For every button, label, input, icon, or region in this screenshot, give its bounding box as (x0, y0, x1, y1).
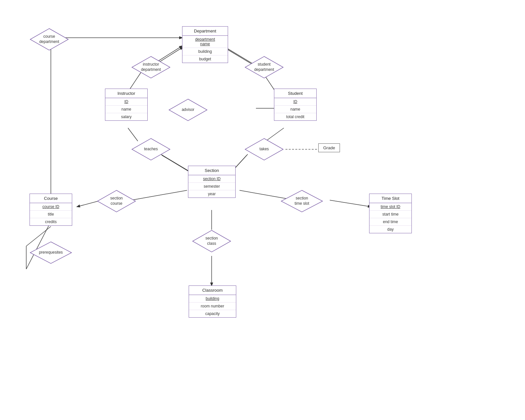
section-timeslot-diamond: sectiontime slot (281, 190, 323, 213)
classroom-entity: Classroom building room number capacity (189, 285, 236, 318)
classroom-attr-building: building (189, 295, 236, 303)
course-department-label: coursedepartment (39, 34, 59, 44)
course-attr-title: title (30, 211, 72, 218)
classroom-title: Classroom (189, 286, 236, 295)
prerequisites-diamond: prerequesites (30, 241, 72, 264)
classroom-attr-capacity: capacity (189, 310, 236, 317)
teaches-label: teaches (144, 147, 158, 152)
section-attr-id: section ID (188, 175, 235, 183)
instructor-attr-salary: salary (105, 113, 147, 120)
student-entity: Student ID name total credit (274, 89, 317, 121)
section-class-label: sectionclass (205, 236, 218, 246)
department-entity: Department departmentname building budge… (182, 26, 228, 63)
student-department-diamond: studentdepartment (244, 56, 284, 79)
course-department-diamond: coursedepartment (30, 28, 69, 51)
section-course-label: sectioncourse (110, 196, 123, 206)
prerequisites-label: prerequesites (39, 250, 63, 255)
section-course-diamond: sectioncourse (97, 190, 136, 213)
instructor-attr-name: name (105, 106, 147, 113)
course-title: Course (30, 194, 72, 203)
section-entity: Section section ID semester year (188, 166, 236, 198)
advisor-diamond: advisor (168, 98, 208, 121)
course-attr-credits: credits (30, 218, 72, 225)
instructor-department-label: instructordepartment (141, 62, 161, 72)
timeslot-attr-end: end time (369, 218, 411, 226)
department-attr-name: departmentname (182, 36, 228, 48)
timeslot-attr-id: time slot ID (369, 203, 411, 211)
timeslot-attr-day: day (369, 226, 411, 233)
student-department-label: studentdepartment (254, 62, 274, 72)
advisor-label: advisor (182, 107, 195, 113)
section-timeslot-label: sectiontime slot (295, 196, 309, 206)
student-title: Student (274, 89, 316, 98)
student-attr-name: name (274, 106, 316, 113)
takes-diamond: takes (244, 138, 284, 161)
takes-label: takes (260, 147, 269, 152)
teaches-diamond: teaches (131, 138, 171, 161)
section-attr-semester: semester (188, 183, 235, 190)
course-attr-id: course ID (30, 203, 72, 211)
department-attr-building: building (182, 48, 228, 55)
timeslot-entity: Time Slot time slot ID start time end ti… (369, 194, 412, 233)
instructor-attr-id: ID (105, 98, 147, 106)
timeslot-attr-start: start time (369, 211, 411, 218)
section-class-diamond: sectionclass (192, 230, 231, 253)
course-entity: Course course ID title credits (30, 194, 72, 226)
department-title: Department (182, 27, 228, 36)
section-attr-year: year (188, 190, 235, 198)
instructor-title: Instructor (105, 89, 147, 98)
instructor-entity: Instructor ID name salary (105, 89, 148, 121)
timeslot-title: Time Slot (369, 194, 411, 203)
department-attr-budget: budget (182, 55, 228, 63)
section-title: Section (188, 166, 235, 175)
student-attr-id: ID (274, 98, 316, 106)
grade-label: Grade (323, 145, 335, 150)
grade-box: Grade (318, 143, 340, 152)
student-attr-credit: total credit (274, 113, 316, 120)
classroom-attr-room: room number (189, 303, 236, 310)
instructor-department-diamond: instructordepartment (131, 56, 171, 79)
